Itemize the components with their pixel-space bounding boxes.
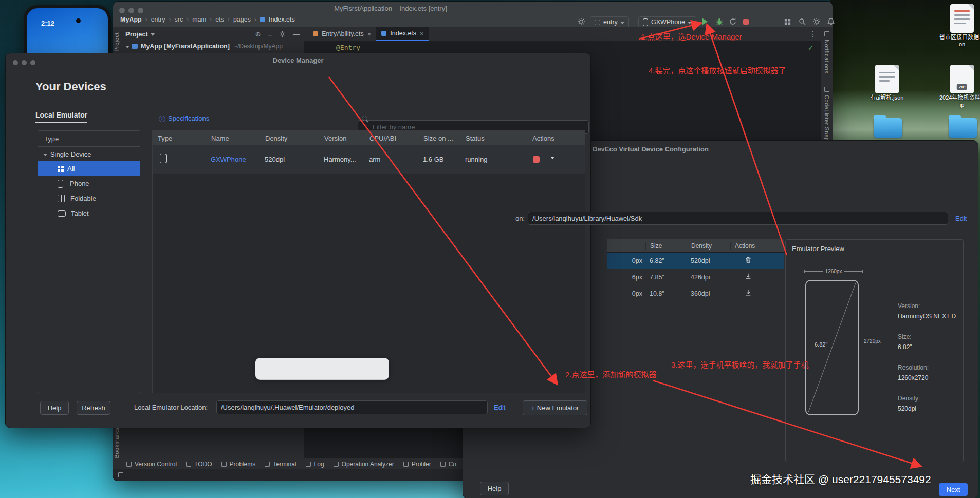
download-action[interactable] bbox=[730, 289, 784, 298]
type-item-foldable[interactable]: Foldable bbox=[38, 191, 140, 206]
device-name-link[interactable]: GXWPhone bbox=[207, 156, 261, 163]
breadcrumb-item[interactable]: main bbox=[192, 16, 206, 23]
project-tree-row[interactable]: MyApp [MyFisrstApplication] ~/Desktop/My… bbox=[121, 41, 304, 52]
sdk-location-row: on: Edit bbox=[515, 212, 967, 225]
minimize-icon[interactable] bbox=[22, 60, 27, 65]
sdk-path-input[interactable] bbox=[528, 212, 948, 225]
help-button[interactable]: Help bbox=[40, 401, 69, 415]
file-icon-zip[interactable]: ZIP bbox=[950, 65, 974, 93]
close-icon[interactable] bbox=[119, 8, 125, 13]
breadcrumb-item[interactable]: Index.ets bbox=[269, 16, 295, 23]
breadcrumb-item[interactable]: ets bbox=[215, 16, 224, 23]
all-devices-icon bbox=[58, 166, 60, 168]
file-label[interactable]: 省市区接口数据.json bbox=[939, 34, 980, 48]
file-icon-json-1[interactable] bbox=[950, 4, 974, 33]
table-row[interactable]: 6px 7.85" 426dpi bbox=[607, 269, 784, 285]
tab-index[interactable]: Index.ets × bbox=[376, 27, 429, 41]
panel-settings-icon[interactable] bbox=[279, 31, 286, 37]
statusbar-terminal[interactable]: Terminal bbox=[265, 461, 296, 468]
location-input[interactable] bbox=[216, 400, 488, 414]
stripe-notifications[interactable]: Notifications bbox=[824, 40, 830, 73]
page-title: Your Devices bbox=[35, 80, 106, 93]
maximize-icon[interactable] bbox=[30, 60, 35, 65]
tab-options-kebab-icon[interactable]: ⋮ bbox=[809, 30, 817, 38]
device-dropdown[interactable]: GXWPhone bbox=[638, 16, 696, 28]
settings-gear-icon[interactable] bbox=[812, 16, 821, 27]
type-item-all[interactable]: All bbox=[38, 161, 140, 176]
edit-sdk-link[interactable]: Edit bbox=[955, 215, 967, 222]
width-measure: 1260px bbox=[804, 269, 863, 274]
build-icon[interactable] bbox=[577, 16, 585, 27]
statusbar-todo[interactable]: TODO bbox=[186, 461, 212, 468]
file-label[interactable]: 2024年换机资料.zip bbox=[939, 94, 980, 109]
group-single-device[interactable]: Single Device bbox=[38, 147, 140, 161]
statusbar-console[interactable]: Co bbox=[440, 461, 456, 468]
new-emulator-button[interactable]: + New Emulator bbox=[523, 400, 587, 415]
statusbar-operation-analyzer[interactable]: Operation Analyzer bbox=[334, 461, 394, 468]
more-actions-chevron[interactable] bbox=[550, 157, 554, 161]
breadcrumb-item[interactable]: pages bbox=[233, 16, 251, 23]
statusbar-log[interactable]: Log bbox=[306, 461, 324, 468]
notifications-bell-icon[interactable] bbox=[827, 16, 835, 27]
locate-icon[interactable]: ⊕ bbox=[255, 30, 261, 38]
run-config-dropdown[interactable]: entry bbox=[590, 16, 629, 28]
sdk-location-label: on: bbox=[515, 215, 525, 222]
screen-reader-icon[interactable] bbox=[118, 472, 123, 477]
close-icon[interactable] bbox=[13, 60, 18, 65]
statusbar-profiler[interactable]: Profiler bbox=[403, 461, 431, 468]
tool-stripe-bookmarks[interactable]: Bookmarks bbox=[114, 428, 120, 458]
notifications-icon[interactable] bbox=[824, 31, 829, 36]
chevron-right-icon: › bbox=[228, 16, 230, 23]
type-panel: Type Single Device All Phone Foldable Ta… bbox=[38, 130, 140, 393]
breadcrumb-item[interactable]: MyApp bbox=[120, 16, 142, 23]
table-header: Type Name Density Version CPU/ABI Size o… bbox=[153, 131, 585, 145]
window-controls[interactable] bbox=[119, 6, 147, 15]
debug-button[interactable] bbox=[715, 16, 724, 27]
close-icon[interactable]: × bbox=[420, 30, 424, 37]
stripe-codelinter[interactable]: CodeLinter Snap bbox=[824, 95, 830, 141]
next-button[interactable]: Next bbox=[939, 483, 968, 496]
resolution-value: 1260x2720 bbox=[898, 374, 962, 381]
table-row[interactable]: 0px 6.82" 520dpi bbox=[607, 253, 784, 269]
file-icon-json-2[interactable] bbox=[875, 65, 899, 93]
sort-icon[interactable]: ≡ bbox=[268, 30, 272, 38]
table-row[interactable]: 0px 10.8" 360dpi bbox=[607, 285, 784, 301]
codelinter-icon[interactable] bbox=[824, 87, 829, 92]
type-item-tablet[interactable]: Tablet bbox=[38, 206, 140, 221]
delete-action[interactable] bbox=[730, 256, 784, 265]
refresh-button[interactable]: Refresh bbox=[77, 401, 110, 415]
breadcrumb-item[interactable]: src bbox=[174, 16, 183, 23]
tab-entryability[interactable]: EntryAbility.ets × bbox=[308, 27, 376, 41]
specifications-link[interactable]: ⓘ Specifications bbox=[159, 113, 209, 123]
project-tab[interactable]: Project bbox=[125, 30, 148, 38]
run-button[interactable] bbox=[702, 16, 711, 27]
emulator-preview-panel: Emulator Preview 1260px 6.82" 2720px Ver… bbox=[785, 239, 964, 462]
stop-button[interactable] bbox=[743, 16, 749, 27]
col-size: Size bbox=[645, 242, 687, 250]
statusbar-problems[interactable]: Problems bbox=[221, 461, 256, 468]
tool-stripe-project[interactable]: Project bbox=[114, 32, 120, 52]
window-controls[interactable] bbox=[13, 58, 39, 67]
edit-location-link[interactable]: Edit bbox=[494, 404, 505, 411]
device-row[interactable]: GXWPhone 520dpi Harmony... arm 1.6 GB ru… bbox=[153, 145, 585, 174]
close-icon[interactable]: × bbox=[367, 30, 372, 38]
restart-button[interactable] bbox=[729, 16, 737, 27]
stop-emulator-button[interactable] bbox=[533, 156, 540, 163]
hide-panel-icon[interactable]: — bbox=[293, 30, 300, 38]
minimize-icon[interactable] bbox=[128, 8, 134, 13]
col-name: Name bbox=[207, 135, 261, 142]
search-icon[interactable] bbox=[798, 16, 806, 27]
expander-icon[interactable] bbox=[125, 46, 130, 50]
tab-local-emulator[interactable]: Local Emulator bbox=[35, 111, 87, 123]
info-icon: ⓘ bbox=[159, 113, 165, 123]
help-button[interactable]: Help bbox=[480, 482, 509, 495]
breadcrumb-item[interactable]: entry bbox=[151, 16, 165, 23]
type-item-phone[interactable]: Phone bbox=[38, 176, 140, 191]
download-action[interactable] bbox=[730, 273, 784, 282]
maximize-icon[interactable] bbox=[138, 8, 143, 13]
file-label[interactable]: 有ai解析.json bbox=[864, 94, 910, 102]
layout-grid-icon[interactable] bbox=[784, 16, 791, 27]
folder-icon[interactable] bbox=[949, 118, 977, 138]
statusbar-version-control[interactable]: Version Control bbox=[126, 461, 177, 468]
folder-icon[interactable] bbox=[874, 118, 902, 138]
